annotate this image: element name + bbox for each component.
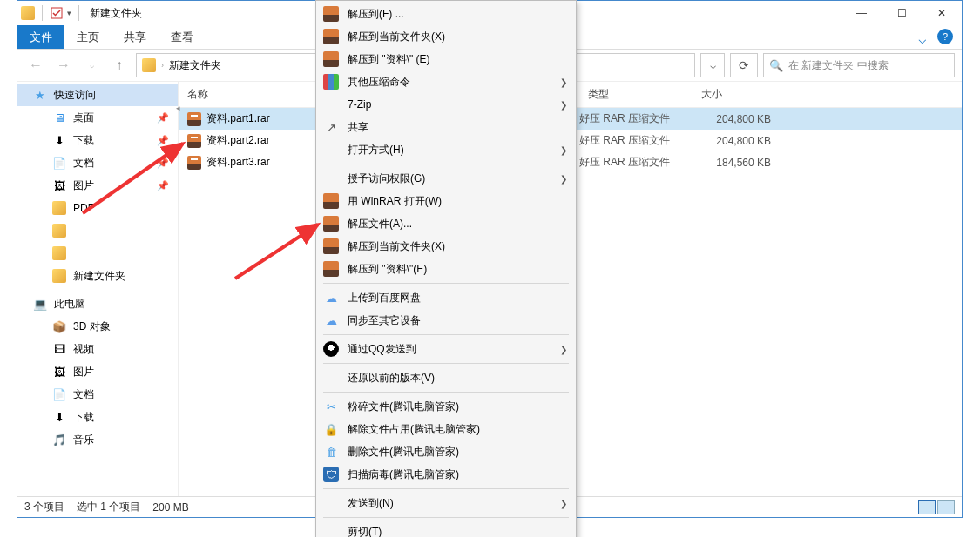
close-button[interactable]: ✕	[922, 1, 962, 25]
view-icons-button[interactable]	[937, 500, 955, 514]
tab-view[interactable]: 查看	[159, 25, 206, 49]
nav-up-button[interactable]: ↑	[108, 54, 131, 77]
tab-home[interactable]: 主页	[64, 25, 112, 49]
sidebar-divider[interactable]	[178, 97, 183, 123]
blank-icon	[323, 524, 339, 537]
menu-item[interactable]: 还原以前的版本(V)	[316, 366, 576, 389]
sidebar-item[interactable]: 📄文档📌	[17, 151, 178, 174]
window-controls: — ☐ ✕	[841, 1, 962, 25]
menu-separator	[323, 363, 569, 364]
menu-item[interactable]: ☁同步至其它设备	[316, 309, 576, 332]
file-tab[interactable]: 文件	[17, 25, 64, 49]
blank-icon	[323, 171, 339, 186]
menu-item[interactable]: 解压到当前文件夹(X)	[316, 25, 576, 48]
rar-icon	[323, 6, 339, 22]
menu-item[interactable]: 其他压缩命令❯	[316, 70, 576, 93]
qat-dropdown-icon[interactable]: ▾	[67, 9, 71, 17]
nav-recent-icon[interactable]: ⌵	[80, 54, 103, 77]
menu-separator	[323, 392, 569, 393]
rar-icon	[323, 216, 339, 232]
blank-icon	[323, 495, 339, 511]
pin-icon: 📌	[157, 135, 169, 146]
search-input[interactable]: 🔍 在 新建文件夹 中搜索	[763, 53, 955, 77]
menu-item[interactable]: 解压文件(A)...	[316, 212, 576, 235]
star-icon: ★	[33, 88, 47, 102]
sidebar-item[interactable]: ⬇下载	[17, 406, 178, 428]
download-icon: ⬇	[52, 410, 66, 424]
shield-icon: 🛡	[323, 467, 339, 482]
menu-separator	[323, 517, 569, 518]
search-placeholder: 在 新建文件夹 中搜索	[788, 58, 889, 73]
column-type[interactable]: 类型	[579, 87, 693, 102]
menu-item[interactable]: 通过QQ发送到❯	[316, 338, 576, 360]
address-dropdown-button[interactable]: ⌵	[700, 53, 725, 77]
download-icon: ⬇	[52, 133, 66, 147]
sidebar-item[interactable]: 🖼图片📌	[17, 174, 178, 197]
chevron-right-icon: ❯	[560, 100, 567, 110]
minimize-button[interactable]: —	[841, 1, 882, 25]
sidebar-item[interactable]: PDF	[17, 197, 178, 219]
menu-item[interactable]: 打开方式(H)❯	[316, 138, 576, 161]
menu-item[interactable]: 🗑删除文件(腾讯电脑管家)	[316, 440, 576, 463]
menu-item[interactable]: 解压到 "资料\" (E)	[316, 48, 576, 70]
sidebar-item[interactable]	[17, 242, 178, 265]
maximize-button[interactable]: ☐	[882, 1, 922, 25]
rar-icon	[323, 238, 339, 254]
shred-icon: ✂	[323, 399, 339, 414]
sidebar-item[interactable]: 🖥桌面📌	[17, 106, 178, 129]
menu-item[interactable]: 解压到(F) ...	[316, 3, 576, 25]
sidebar-item[interactable]: 📦3D 对象	[17, 315, 178, 338]
nav-back-button[interactable]: ←	[24, 54, 47, 77]
music-icon: 🎵	[52, 433, 66, 446]
tab-share[interactable]: 共享	[112, 25, 159, 49]
sidebar-item[interactable]: 🎞视频	[17, 338, 178, 360]
view-details-button[interactable]	[918, 500, 936, 514]
rar-icon	[323, 261, 339, 277]
refresh-button[interactable]: ⟳	[730, 53, 758, 77]
sidebar-this-pc[interactable]: 💻 此电脑	[17, 292, 178, 315]
chevron-right-icon: ❯	[560, 174, 567, 184]
sidebar-item[interactable]: 🖼图片	[17, 360, 178, 383]
rar-icon	[323, 51, 339, 67]
file-name: 资料.part2.rar	[206, 133, 270, 148]
sidebar-item[interactable]: 🎵音乐	[17, 428, 178, 451]
folder-icon	[21, 6, 35, 20]
sidebar-item[interactable]	[17, 219, 178, 242]
properties-icon[interactable]	[50, 6, 64, 20]
chevron-right-icon: ❯	[560, 345, 567, 354]
lock-icon: 🔒	[323, 421, 339, 437]
menu-item[interactable]: 剪切(T)	[316, 520, 576, 537]
document-icon: 📄	[52, 387, 66, 401]
picture-icon: 🖼	[52, 178, 66, 192]
help-icon[interactable]: ?	[937, 29, 953, 44]
menu-separator	[323, 334, 569, 335]
menu-item[interactable]: 7-Zip❯	[316, 93, 576, 116]
column-size[interactable]: 大小	[693, 87, 771, 102]
menu-item[interactable]: ✂粉碎文件(腾讯电脑管家)	[316, 395, 576, 418]
status-count: 3 个项目	[24, 500, 64, 514]
sidebar-item[interactable]: 新建文件夹	[17, 265, 178, 287]
nav-forward-button[interactable]: →	[52, 54, 75, 77]
breadcrumb[interactable]: 新建文件夹	[169, 58, 221, 73]
rar-icon	[323, 29, 339, 44]
video-icon: 🎞	[52, 342, 66, 356]
rar-icon	[187, 156, 201, 170]
menu-item[interactable]: 解压到 "资料\"(E)	[316, 258, 576, 280]
ribbon-expand-icon[interactable]: ⌵	[918, 30, 927, 47]
file-type: 好压 RAR 压缩文件	[579, 133, 693, 148]
chevron-right-icon: ❯	[560, 145, 567, 155]
sidebar-item[interactable]: 📄文档	[17, 383, 178, 406]
menu-item[interactable]: 🔒解除文件占用(腾讯电脑管家)	[316, 418, 576, 440]
menu-item[interactable]: 解压到当前文件夹(X)	[316, 235, 576, 258]
menu-item[interactable]: 用 WinRAR 打开(W)	[316, 190, 576, 212]
sidebar-quick-access[interactable]: ★ 快速访问	[17, 84, 178, 106]
status-selected: 选中 1 个项目	[77, 500, 140, 514]
menu-item[interactable]: 发送到(N)❯	[316, 492, 576, 514]
menu-item[interactable]: ☁上传到百度网盘	[316, 286, 576, 309]
menu-item[interactable]: ↗共享	[316, 116, 576, 138]
menu-item[interactable]: 授予访问权限(G)❯	[316, 167, 576, 190]
menu-item[interactable]: 🛡扫描病毒(腾讯电脑管家)	[316, 463, 576, 486]
sidebar-item[interactable]: ⬇下载📌	[17, 129, 178, 151]
file-name: 资料.part3.rar	[206, 155, 270, 170]
file-type: 好压 RAR 压缩文件	[579, 111, 693, 126]
